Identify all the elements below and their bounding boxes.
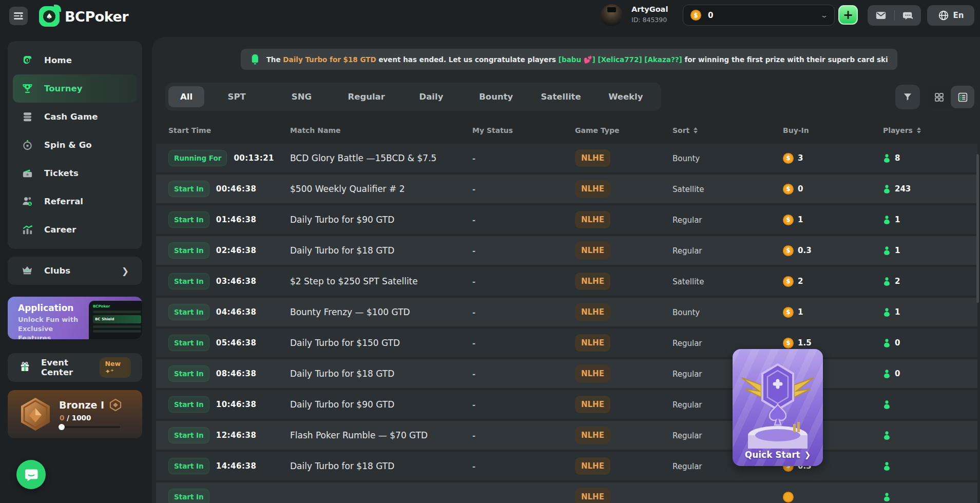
game-type-badge: NLHE xyxy=(575,211,610,228)
players-icon xyxy=(883,277,891,286)
my-status-cell: - xyxy=(472,400,575,410)
sidebar-item-tourney[interactable]: Tourney xyxy=(13,74,137,103)
my-status-value: - xyxy=(472,308,475,317)
tab-weekly[interactable]: Weekly xyxy=(593,86,658,107)
start-time-cell: Start In 12:46:38 xyxy=(168,427,290,443)
level-name: Bronze I xyxy=(59,399,104,411)
balance-selector[interactable]: $ 0 ⌄ xyxy=(683,5,835,26)
sidebar-item-home[interactable]: Home xyxy=(13,46,137,74)
sidebar-item-label: Spin & Go xyxy=(44,140,92,150)
sort-cell: Satellite xyxy=(672,277,783,286)
vip-level-card[interactable]: Bronze I 0 / 1000 xyxy=(8,390,142,438)
players-count: 1 xyxy=(895,246,900,255)
col-players[interactable]: Players xyxy=(883,126,977,134)
start-time-value: 00:46:38 xyxy=(216,184,257,194)
app-phone-preview: BCPoker BC Shield xyxy=(89,301,142,339)
tab-sng[interactable]: SNG xyxy=(269,86,334,107)
sidebar-item-referral[interactable]: $ Referral xyxy=(13,187,137,216)
tournament-row[interactable]: Start In 10:46:38 Daily Turbo for $90 GT… xyxy=(156,390,977,419)
coin-icon: $ xyxy=(783,307,794,318)
tournament-row[interactable]: Running For 00:13:21 BCD Glory Battle —1… xyxy=(156,144,977,172)
game-type-badge: NLHE xyxy=(575,303,610,321)
sidebar-item-clubs[interactable]: Clubs ❯ xyxy=(8,257,142,285)
tournament-row[interactable]: Start In 01:46:38 Daily Turbo for $90 GT… xyxy=(156,205,977,234)
tournament-row[interactable]: Start In NLHE xyxy=(156,482,977,503)
tournament-category: Bounty xyxy=(672,308,700,317)
tournament-row[interactable]: Start In 02:46:38 Daily Turbo for $18 GT… xyxy=(156,236,977,265)
game-type-badge: NLHE xyxy=(575,273,610,290)
sort-arrows-icon[interactable] xyxy=(694,127,698,133)
players-cell: 8 xyxy=(883,153,977,163)
game-type-badge: NLHE xyxy=(575,396,610,413)
tournament-row[interactable]: Start In 00:46:38 $500 Weekly Qualifier … xyxy=(156,175,977,203)
match-name-cell: Bounty Frenzy — $100 GTD xyxy=(290,307,472,317)
grid-view-icon xyxy=(934,92,945,103)
col-my-status: My Status xyxy=(472,126,575,134)
support-chat-button[interactable] xyxy=(16,460,46,489)
start-time-value: 14:46:38 xyxy=(216,461,257,471)
sort-cell: Bounty xyxy=(672,307,783,317)
sidebar-item-career[interactable]: Career xyxy=(13,216,137,244)
start-time-value: 04:46:38 xyxy=(216,307,257,317)
balance-amount: 0 xyxy=(708,11,713,20)
chat-button[interactable] xyxy=(895,5,921,26)
my-status-value: - xyxy=(472,277,475,286)
col-start-time: Start Time xyxy=(168,126,290,134)
phone-row xyxy=(93,311,141,313)
table-scrollbar[interactable] xyxy=(976,154,979,303)
tab-satellite[interactable]: Satellite xyxy=(528,86,593,107)
match-name: Daily Turbo for $18 GTD xyxy=(290,369,394,379)
event-name: Daily Turbo for $18 GTD xyxy=(283,55,376,64)
game-type-cell: NLHE xyxy=(575,334,672,352)
start-status-badge: Start In xyxy=(168,427,209,443)
mail-button[interactable] xyxy=(868,5,894,26)
brand-logo[interactable]: ♠ BCPoker xyxy=(39,6,128,27)
language-button[interactable]: En xyxy=(927,5,974,26)
game-type-cell: NLHE xyxy=(575,457,672,475)
sort-cell: Satellite xyxy=(672,184,783,194)
tournament-category: Regular xyxy=(672,216,702,225)
tournament-row[interactable]: Start In 08:46:38 Daily Turbo for $18 GT… xyxy=(156,359,977,388)
tab-regular[interactable]: Regular xyxy=(334,86,399,107)
match-name-cell: $500 Weekly Qualifier # 2 xyxy=(290,184,472,194)
bronze-medal-icon xyxy=(17,396,54,435)
grid-view-button[interactable] xyxy=(927,86,951,108)
sidebar-item-tickets[interactable]: Tickets xyxy=(13,159,137,187)
list-view-button[interactable] xyxy=(951,86,974,108)
tournament-row[interactable]: Start In 14:46:38 Daily Turbo for $18 GT… xyxy=(156,452,977,480)
tab-spt[interactable]: SPT xyxy=(204,86,269,107)
deposit-button[interactable]: + xyxy=(838,5,858,25)
quick-start-widget[interactable]: Quick Start ❯ xyxy=(733,349,823,466)
coin-icon: $ xyxy=(783,153,794,164)
buy-in-cell: $ 1 xyxy=(783,215,883,225)
app-download-banner[interactable]: Application Unlock Fun with Exclusive Fe… xyxy=(8,297,142,339)
tournament-row[interactable]: Start In 04:46:38 Bounty Frenzy — $100 G… xyxy=(156,298,977,326)
tab-all[interactable]: All xyxy=(168,86,204,107)
sidebar-item-spin-and-go[interactable]: Spin & Go xyxy=(13,131,137,159)
sort-arrows-icon[interactable] xyxy=(917,127,921,133)
progress-knob[interactable] xyxy=(59,424,65,430)
players-cell: 1 xyxy=(883,307,977,317)
sidebar-item-event-center[interactable]: Event Center New ✦⁺ xyxy=(8,353,142,382)
col-sort[interactable]: Sort xyxy=(672,126,783,134)
user-avatar[interactable] xyxy=(601,4,623,26)
tab-daily[interactable]: Daily xyxy=(399,86,464,107)
match-name: BCD Glory Battle —15BCD & $7.5 xyxy=(290,153,436,163)
sidebar-toggle-button[interactable] xyxy=(9,7,28,25)
tournament-row[interactable]: Start In 03:46:38 $2 Step to $250 SPT Sa… xyxy=(156,267,977,296)
filter-button[interactable] xyxy=(895,85,920,109)
players-icon xyxy=(883,493,891,501)
my-status-value: - xyxy=(472,246,475,256)
tournament-row[interactable]: Start In 05:46:38 Daily Turbo for $150 G… xyxy=(156,328,977,357)
sidebar-item-label: Tourney xyxy=(44,84,83,93)
game-type-cell: NLHE xyxy=(575,365,672,382)
bcpoker-shield-icon: ♠ xyxy=(39,6,60,27)
sidebar-item-cash-game[interactable]: Cash Game xyxy=(13,103,137,131)
hamburger-icon xyxy=(14,12,23,20)
tab-bounty[interactable]: Bounty xyxy=(464,86,528,107)
players-count: 1 xyxy=(895,307,900,317)
tournament-row[interactable]: Start In 12:46:38 Flash Poker Rumble — $… xyxy=(156,421,977,450)
start-time-cell: Start In 14:46:38 xyxy=(168,458,290,474)
chevron-down-icon: ⌄ xyxy=(820,11,828,19)
level-progress-bar[interactable] xyxy=(60,426,120,428)
